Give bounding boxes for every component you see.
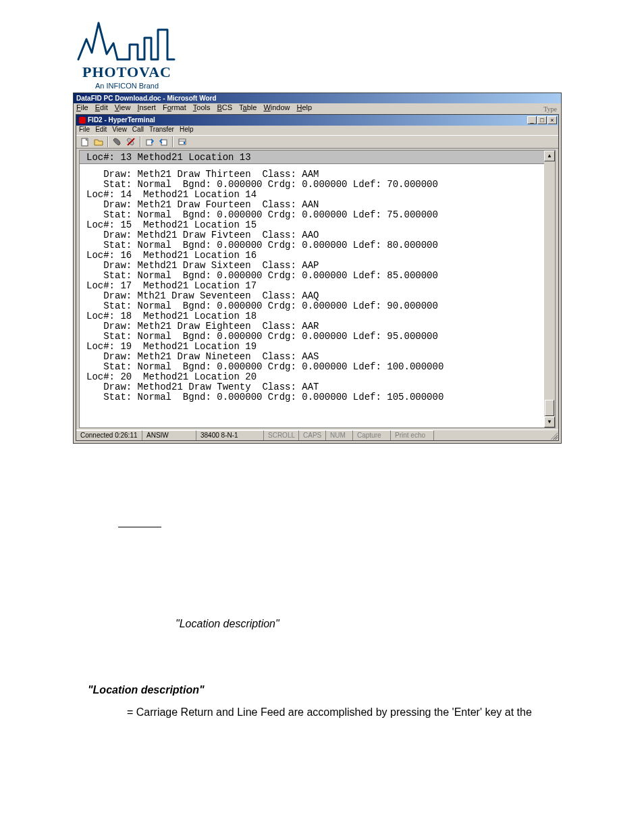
svg-rect-6 <box>184 142 185 144</box>
status-print: Print echo <box>391 430 434 440</box>
hyperterminal-title: FID2 - HyperTerminal <box>88 116 155 124</box>
hyperterminal-toolbar <box>76 135 558 149</box>
status-emulation: ANSIW <box>142 430 196 440</box>
status-scroll: SCROLL <box>264 430 299 440</box>
disconnect-button[interactable] <box>125 136 137 147</box>
word-menubar: File Edit View Insert Format Tools BCS T… <box>74 103 561 113</box>
logo-mark-icon <box>73 19 181 65</box>
crlf-explanation: = Carriage Return and Line Feed are acco… <box>127 706 532 719</box>
terminal-output[interactable]: Draw: Meth21 Draw Thirteen Class: AAM St… <box>80 164 544 427</box>
scroll-up-button[interactable]: ▲ <box>544 151 555 161</box>
word-menu-table[interactable]: Table <box>239 103 257 113</box>
word-menu-bcs[interactable]: BCS <box>217 103 232 113</box>
svg-rect-2 <box>146 140 152 145</box>
document-body: "Location description" "Location descrip… <box>81 459 590 834</box>
call-button[interactable] <box>111 136 124 147</box>
receive-file-button[interactable] <box>157 136 169 147</box>
word-menu-window[interactable]: Window <box>263 103 290 113</box>
word-window: DataFID PC Download.doc - Microsoft Word… <box>73 93 562 444</box>
ht-menu-view[interactable]: View <box>112 126 127 135</box>
open-connection-button[interactable] <box>92 136 105 147</box>
word-menu-tools[interactable]: Tools <box>193 103 211 113</box>
ht-menu-call[interactable]: Call <box>132 126 144 135</box>
logo-tagline: An INFICON Brand <box>73 82 181 90</box>
ht-menu-transfer[interactable]: Transfer <box>149 126 174 135</box>
status-port: 38400 8-N-1 <box>196 430 264 440</box>
logo-wordmark: PHOTOVAC <box>73 63 181 81</box>
ht-menu-edit[interactable]: Edit <box>95 126 107 135</box>
location-description-quote-2: "Location description" <box>88 684 205 696</box>
minimize-button[interactable]: _ <box>527 116 537 124</box>
hyperterminal-window: FID2 - HyperTerminal _ □ × File Edit Vie… <box>76 114 559 441</box>
word-menu-file[interactable]: File <box>76 103 88 113</box>
ht-menu-file[interactable]: File <box>79 126 90 135</box>
scroll-down-button[interactable]: ▼ <box>544 417 555 427</box>
terminal-current-line: Loc#: 13 Method21 Location 13 <box>80 151 544 164</box>
hyperterminal-menubar: File Edit View Call Transfer Help <box>76 126 558 135</box>
word-menu-edit[interactable]: Edit <box>95 103 108 113</box>
word-titlebar: DataFID PC Download.doc - Microsoft Word <box>74 93 561 103</box>
status-capture: Capture <box>353 430 391 440</box>
status-connected: Connected 0:26:11 <box>76 430 142 440</box>
hyperterminal-app-icon <box>79 117 86 124</box>
hyperterminal-titlebar: FID2 - HyperTerminal _ □ × <box>76 115 558 126</box>
status-num: NUM <box>326 430 353 440</box>
properties-button[interactable] <box>176 136 188 147</box>
hyperterminal-statusbar: Connected 0:26:11 ANSIW 38400 8-N-1 SCRO… <box>76 429 558 440</box>
word-menu-format[interactable]: Format <box>163 103 186 113</box>
send-file-button[interactable] <box>144 136 156 147</box>
brand-logo: PHOTOVAC An INFICON Brand <box>73 19 181 90</box>
svg-rect-3 <box>161 140 167 145</box>
terminal-client-area: Loc#: 13 Method21 Location 13 Draw: Meth… <box>79 150 556 428</box>
status-caps: CAPS <box>299 430 326 440</box>
scroll-thumb[interactable] <box>545 400 554 416</box>
word-menu-help[interactable]: Help <box>297 103 313 113</box>
horizontal-rule <box>118 527 161 527</box>
close-button[interactable]: × <box>547 116 557 124</box>
word-menu-view[interactable]: View <box>115 103 131 113</box>
new-connection-button[interactable] <box>79 136 91 147</box>
vertical-scrollbar[interactable]: ▲ ▼ <box>544 151 555 427</box>
maximize-button[interactable]: □ <box>537 116 547 124</box>
ht-menu-help[interactable]: Help <box>180 126 194 135</box>
word-style-label: Type <box>543 105 557 113</box>
location-description-quote-1: "Location description" <box>176 618 279 630</box>
resize-grip-icon[interactable] <box>549 431 558 440</box>
word-menu-insert[interactable]: Insert <box>137 103 156 113</box>
